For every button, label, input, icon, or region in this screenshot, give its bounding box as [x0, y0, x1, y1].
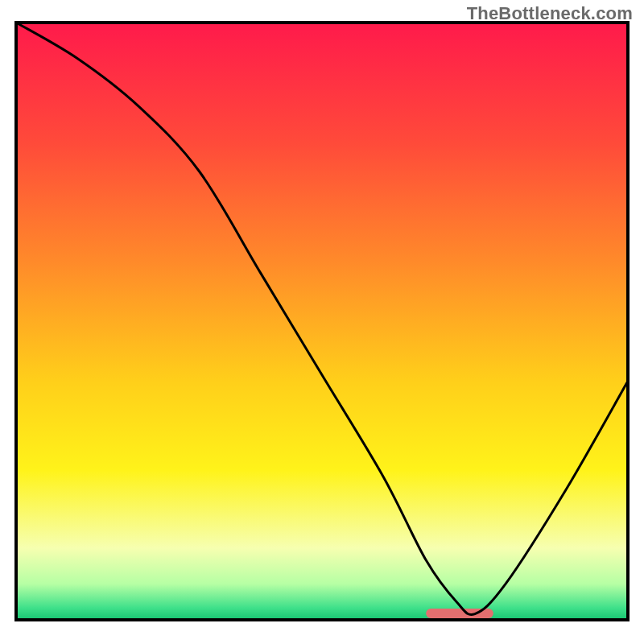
gradient-background — [16, 23, 628, 620]
bottleneck-chart — [0, 0, 644, 644]
watermark-text: TheBottleneck.com — [467, 3, 633, 24]
